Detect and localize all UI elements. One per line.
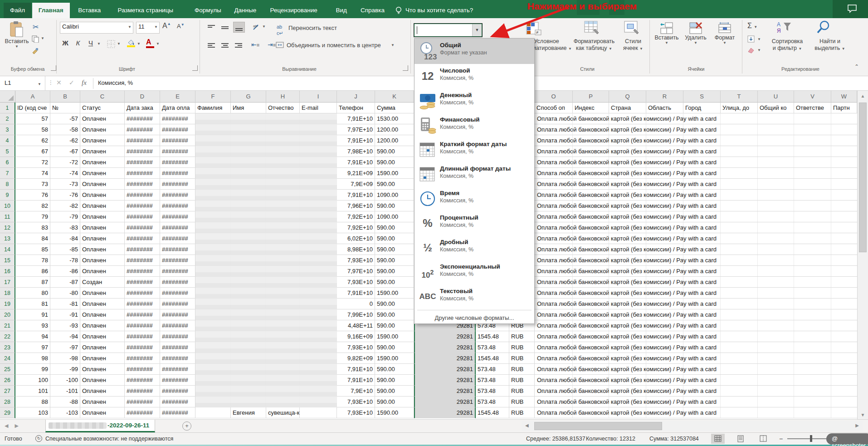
- header-cell-C[interactable]: Статус: [80, 103, 125, 113]
- cell-N[interactable]: RUB: [509, 353, 535, 364]
- align-middle-button[interactable]: [219, 22, 231, 33]
- chevron-down-icon[interactable]: ▼: [117, 42, 121, 46]
- cell-D[interactable]: ########: [125, 201, 160, 211]
- cell-A[interactable]: 73: [15, 179, 50, 190]
- cell-B[interactable]: -82: [50, 201, 80, 211]
- cell-J[interactable]: 7,91E+10: [337, 135, 375, 146]
- ribbon-tab-справка[interactable]: Справка: [354, 3, 391, 18]
- cell-B[interactable]: -85: [50, 244, 80, 255]
- cell-N[interactable]: RUB: [509, 397, 535, 407]
- cell-J[interactable]: 7,91E+10: [337, 364, 375, 375]
- row-header-25[interactable]: 25: [0, 364, 15, 375]
- column-header-K[interactable]: K: [375, 91, 414, 103]
- fill-color-button[interactable]: [127, 39, 135, 45]
- ribbon-tab-file[interactable]: Файл: [4, 3, 31, 18]
- column-header-P[interactable]: P: [573, 91, 609, 103]
- scroll-down-icon[interactable]: ▼: [858, 412, 868, 417]
- cell-A[interactable]: 94: [15, 331, 50, 342]
- cell-K[interactable]: 590.00: [375, 255, 414, 266]
- cell-D[interactable]: ########: [125, 299, 160, 309]
- cell-E[interactable]: ########: [160, 353, 195, 364]
- formula-bar-drag-handle[interactable]: ⋮: [48, 79, 54, 86]
- cell-C[interactable]: Оплачен: [80, 320, 125, 331]
- cell-D[interactable]: ########: [125, 342, 160, 353]
- cell-J[interactable]: 7,97E+10: [337, 266, 375, 277]
- cell-O-payment[interactable]: Оплата любой банковской картой (без коми…: [535, 288, 857, 299]
- cell-J[interactable]: 7,91E+10: [337, 157, 375, 168]
- format-as-table-button[interactable]: Форматировать как таблицу ▼: [568, 38, 620, 52]
- cell-J[interactable]: 7,92E+10: [337, 222, 375, 233]
- cell-J[interactable]: 9,16E+09: [337, 331, 375, 342]
- cell-K[interactable]: 590.00: [375, 233, 414, 244]
- chevron-down-icon[interactable]: ▼: [262, 25, 266, 29]
- cell-E[interactable]: ########: [160, 309, 195, 320]
- cell-D[interactable]: ########: [125, 146, 160, 157]
- cell-K[interactable]: 590.00: [375, 157, 414, 168]
- row-header-27[interactable]: 27: [0, 386, 15, 397]
- row-header-13[interactable]: 13: [0, 233, 15, 244]
- tell-me-box[interactable]: Что вы хотите сделать?: [395, 3, 473, 18]
- underline-button[interactable]: Ч: [85, 39, 96, 47]
- format-item-краткий-формат-даты[interactable]: Краткий формат датыКомиссия, %: [414, 137, 534, 162]
- cell-C[interactable]: Оплачен: [80, 244, 125, 255]
- cell-E[interactable]: ########: [160, 211, 195, 222]
- cell-A[interactable]: 103: [15, 407, 50, 418]
- vertical-scroll-thumb[interactable]: [859, 103, 867, 252]
- column-header-O[interactable]: O: [535, 91, 573, 103]
- cell-J[interactable]: 7,93E+10: [337, 255, 375, 266]
- cell-M[interactable]: 573.48: [476, 364, 509, 375]
- cell-C[interactable]: Оплачен: [80, 288, 125, 299]
- cell-J[interactable]: 7,99E+10: [337, 309, 375, 320]
- cell-K[interactable]: 590.00: [375, 222, 414, 233]
- column-header-E[interactable]: E: [160, 91, 195, 103]
- chevron-down-icon[interactable]: ▼: [137, 42, 141, 46]
- chevron-down-icon[interactable]: ▼: [97, 42, 101, 46]
- cell-H[interactable]: сувешица-кч: [266, 407, 300, 418]
- cell-E[interactable]: ########: [160, 135, 195, 146]
- cell-O-payment[interactable]: Оплата любой банковской картой (без коми…: [535, 331, 857, 342]
- number-format-dropdown-button[interactable]: ▼: [472, 24, 482, 36]
- ribbon-tab-рецензирование[interactable]: Рецензирование: [264, 3, 324, 18]
- cell-A[interactable]: 82: [15, 201, 50, 211]
- cancel-entry-icon[interactable]: ✕: [56, 79, 62, 86]
- cell-E[interactable]: ########: [160, 288, 195, 299]
- column-header-F[interactable]: F: [195, 91, 231, 103]
- cell-M[interactable]: 1545.48: [476, 331, 509, 342]
- cell-O-payment[interactable]: Оплата любой банковской картой (без коми…: [535, 222, 857, 233]
- cell-O-payment[interactable]: Оплата любой банковской картой (без коми…: [535, 211, 857, 222]
- align-top-button[interactable]: [206, 22, 218, 33]
- formula-input[interactable]: Комиссия, %: [98, 79, 133, 86]
- number-format-combobox[interactable]: ▼: [414, 24, 482, 37]
- header-cell-V[interactable]: Ответстве: [794, 103, 831, 113]
- cell-E[interactable]: ########: [160, 299, 195, 309]
- row-header-7[interactable]: 7: [0, 168, 15, 179]
- cell-E[interactable]: ########: [160, 146, 195, 157]
- cell-K[interactable]: 590.00: [375, 201, 414, 211]
- cell-C[interactable]: Оплачен: [80, 201, 125, 211]
- cell-L[interactable]: 29281: [414, 386, 476, 397]
- cell-O-payment[interactable]: Оплата любой банковской картой (без коми…: [535, 309, 857, 320]
- format-item-числовой[interactable]: 12ЧисловойКомиссия, %: [414, 64, 534, 88]
- merge-center-label[interactable]: Объединить и поместить в центре: [287, 42, 381, 49]
- zoom-out-button[interactable]: −: [779, 435, 783, 442]
- sort-filter-button[interactable]: Сортировка и фильтр ▼: [768, 38, 806, 52]
- cell-D[interactable]: ########: [125, 211, 160, 222]
- cell-C[interactable]: Оплачен: [80, 386, 125, 397]
- cell-A[interactable]: 99: [15, 364, 50, 375]
- header-cell-W[interactable]: Партн: [831, 103, 857, 113]
- paste-button[interactable]: Вставить ▼: [4, 21, 30, 49]
- delete-cells-button[interactable]: Удалить ▼: [682, 22, 709, 45]
- horizontal-scroll-thumb[interactable]: [534, 422, 662, 430]
- collapse-ribbon-button[interactable]: ⌃: [854, 64, 859, 70]
- cell-D[interactable]: ########: [125, 266, 160, 277]
- cell-C[interactable]: Оплачен: [80, 179, 125, 190]
- cell-A[interactable]: 101: [15, 386, 50, 397]
- copy-button[interactable]: [32, 35, 39, 43]
- ribbon-tab-разметка страницы[interactable]: Разметка страницы: [112, 3, 180, 18]
- cell-B[interactable]: -67: [50, 146, 80, 157]
- row-header-17[interactable]: 17: [0, 277, 15, 288]
- cell-A[interactable]: 100: [15, 375, 50, 386]
- wrap-text-label[interactable]: Переносить текст: [288, 25, 337, 31]
- cell-M[interactable]: 1545.48: [476, 407, 509, 418]
- cell-O-payment[interactable]: Оплата любой банковской картой (без коми…: [535, 299, 857, 309]
